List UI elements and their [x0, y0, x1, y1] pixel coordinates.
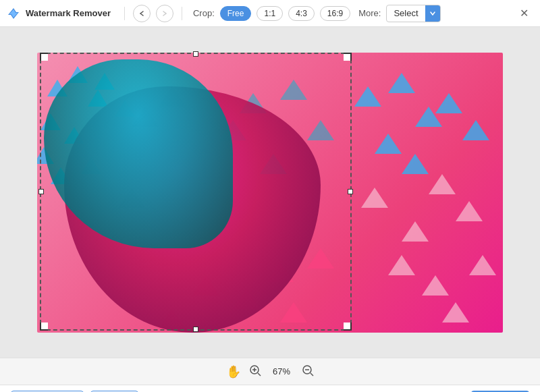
titlebar: Watermark Remover Crop: Free 1:1 4:3 16:… — [0, 0, 540, 27]
svg-marker-24 — [402, 221, 429, 242]
more-label: More: — [358, 8, 381, 18]
svg-marker-23 — [361, 188, 388, 208]
svg-marker-26 — [456, 201, 483, 221]
zoom-in-icon[interactable] — [249, 364, 261, 379]
canvas-area — [0, 27, 540, 358]
svg-line-45 — [310, 373, 313, 376]
app-logo-icon — [7, 7, 20, 20]
crop-1x1-button[interactable]: 1:1 — [256, 6, 283, 21]
select-arrow-icon[interactable] — [425, 5, 440, 22]
close-button[interactable]: ✕ — [514, 4, 533, 23]
image-container — [37, 53, 503, 333]
svg-marker-36 — [307, 120, 334, 140]
svg-marker-25 — [429, 174, 456, 194]
crop-free-button[interactable]: Free — [220, 6, 252, 21]
back-nav-button[interactable] — [133, 5, 151, 22]
app-title: Watermark Remover — [26, 8, 111, 18]
crop-16x9-button[interactable]: 16:9 — [320, 6, 350, 21]
divider — [124, 7, 125, 20]
svg-marker-35 — [280, 80, 307, 100]
bottom-toolbar: New Image Back Save — [0, 385, 540, 392]
svg-marker-28 — [422, 275, 449, 296]
crop-4x3-button[interactable]: 4:3 — [288, 6, 315, 21]
zoom-out-icon[interactable] — [302, 364, 314, 379]
svg-marker-29 — [469, 255, 496, 275]
svg-marker-12 — [415, 107, 442, 127]
full-image — [37, 53, 503, 333]
divider2 — [182, 7, 182, 20]
svg-marker-10 — [354, 86, 381, 107]
svg-line-42 — [258, 373, 261, 376]
hand-tool-icon[interactable]: ✋ — [226, 364, 241, 379]
svg-marker-16 — [402, 154, 429, 174]
svg-marker-13 — [375, 134, 402, 154]
select-dropdown-text: Select — [387, 8, 425, 18]
svg-marker-14 — [435, 93, 462, 113]
select-dropdown[interactable]: Select — [386, 5, 440, 22]
svg-marker-30 — [442, 302, 469, 323]
svg-marker-11 — [388, 73, 415, 93]
svg-marker-27 — [388, 255, 415, 275]
svg-marker-21 — [307, 248, 334, 269]
zoom-toolbar: ✋ 67% — [0, 358, 540, 385]
svg-marker-15 — [462, 120, 489, 140]
zoom-percent-label: 67% — [269, 366, 294, 376]
forward-nav-button[interactable] — [156, 5, 173, 22]
svg-marker-22 — [280, 302, 307, 323]
crop-label: Crop: — [193, 8, 215, 18]
